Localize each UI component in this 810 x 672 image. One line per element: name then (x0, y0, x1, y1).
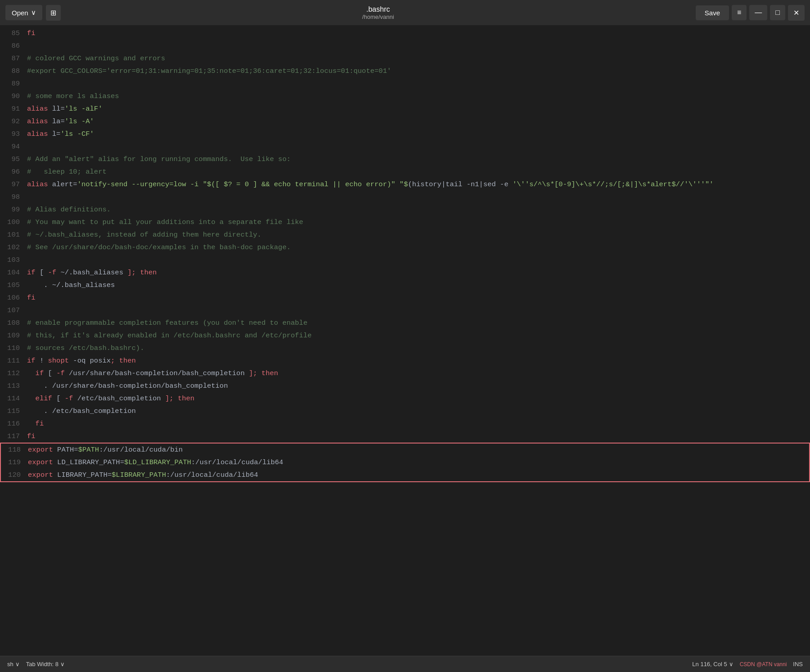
line-content: if ! shopt -oq posix; then (27, 354, 810, 367)
code-line: 117fi (0, 430, 810, 443)
line-number: 112 (0, 367, 27, 380)
menu-icon: ≡ (737, 9, 741, 16)
line-number: 106 (0, 291, 27, 304)
tab-width-selector[interactable]: Tab Width: 8 ∨ (26, 661, 65, 668)
line-number: 119 (1, 456, 28, 469)
line-number: 100 (0, 216, 27, 228)
titlebar-right: Save ≡ — □ ✕ (696, 5, 805, 21)
line-content: # sleep 10; alert (27, 166, 810, 178)
code-line: 99# Alias definitions. (0, 203, 810, 216)
line-number: 88 (0, 65, 27, 77)
line-content: export LD_LIBRARY_PATH=$LD_LIBRARY_PATH:… (28, 456, 809, 469)
line-number: 99 (0, 203, 27, 216)
line-content: # sources /etc/bash.bashrc). (27, 342, 810, 354)
open-label: Open (12, 9, 28, 17)
line-number: 101 (0, 228, 27, 241)
open-button[interactable]: Open ∨ (5, 5, 42, 20)
line-content: if [ -f /usr/share/bash-completion/bash_… (27, 367, 810, 380)
code-area[interactable]: 85fi8687# colored GCC warnings and error… (0, 25, 810, 656)
line-content: . /etc/bash_completion (27, 405, 810, 417)
line-content: if [ -f ~/.bash_aliases ]; then (27, 266, 810, 279)
line-number: 95 (0, 153, 27, 166)
code-line: 90# some more ls aliases (0, 90, 810, 103)
code-line: 98 (0, 191, 810, 203)
line-number: 117 (0, 430, 27, 443)
minimize-button[interactable]: — (749, 5, 767, 20)
close-button[interactable]: ✕ (788, 5, 805, 21)
line-number: 107 (0, 304, 27, 317)
titlebar: Open ∨ ⊞ .bashrc /home/vanni Save ≡ — □ … (0, 0, 810, 25)
line-number: 89 (0, 77, 27, 90)
code-line: 109# this, if it's already enabled in /e… (0, 329, 810, 342)
code-line: 100# You may want to put all your additi… (0, 216, 810, 228)
line-content: . ~/.bash_aliases (27, 279, 810, 291)
line-number: 116 (0, 417, 27, 430)
line-content: fi (27, 417, 810, 430)
code-line: 114 elif [ -f /etc/bash_completion ]; th… (0, 392, 810, 405)
line-number: 98 (0, 191, 27, 203)
line-number: 104 (0, 266, 27, 279)
line-number: 103 (0, 254, 27, 266)
line-content: . /usr/share/bash-completion/bash_comple… (27, 380, 810, 392)
code-line: 116 fi (0, 417, 810, 430)
line-number: 108 (0, 317, 27, 329)
code-line: 97alias alert='notify-send --urgency=low… (0, 178, 810, 191)
code-line: 112 if [ -f /usr/share/bash-completion/b… (0, 367, 810, 380)
line-content: alias la='ls -A' (27, 115, 810, 128)
line-number: 86 (0, 40, 27, 52)
code-line: 107 (0, 304, 810, 317)
line-number: 115 (0, 405, 27, 417)
line-content: # enable programmable completion feature… (27, 317, 810, 329)
code-line: 103 (0, 254, 810, 266)
csdn-badge: CSDN @ATN vanni (740, 661, 787, 668)
highlighted-code-line: 119export LD_LIBRARY_PATH=$LD_LIBRARY_PA… (1, 456, 809, 469)
shell-selector[interactable]: sh ∨ (7, 661, 20, 668)
line-number: 102 (0, 241, 27, 254)
line-content: fi (27, 27, 810, 40)
code-line: 96# sleep 10; alert (0, 166, 810, 178)
line-content: # Add an "alert" alias for long running … (27, 153, 810, 166)
line-number: 87 (0, 52, 27, 65)
titlebar-left: Open ∨ ⊞ (5, 5, 61, 21)
open-chevron-icon: ∨ (31, 9, 36, 17)
minimize-icon: — (755, 9, 762, 16)
code-line: 104if [ -f ~/.bash_aliases ]; then (0, 266, 810, 279)
line-content: # some more ls aliases (27, 90, 810, 103)
code-line: 101# ~/.bash_aliases, instead of adding … (0, 228, 810, 241)
position-label: Ln 116, Col 5 (692, 661, 727, 668)
code-line: 94 (0, 140, 810, 153)
code-line: 106fi (0, 291, 810, 304)
highlighted-code-line: 118export PATH=$PATH:/usr/local/cuda/bin (1, 444, 809, 456)
line-number: 105 (0, 279, 27, 291)
code-line: 85fi (0, 27, 810, 40)
code-line: 88#export GCC_COLORS='error=01;31:warnin… (0, 65, 810, 77)
pin-button[interactable]: ⊞ (46, 5, 61, 21)
highlighted-section: 118export PATH=$PATH:/usr/local/cuda/bin… (0, 443, 810, 482)
line-content: fi (27, 430, 810, 443)
file-name: .bashrc (362, 5, 394, 13)
editor[interactable]: 85fi8687# colored GCC warnings and error… (0, 25, 810, 656)
line-content: # colored GCC warnings and errors (27, 52, 810, 65)
statusbar: sh ∨ Tab Width: 8 ∨ Ln 116, Col 5 ∨ CSDN… (0, 656, 810, 672)
tab-chevron-icon: ∨ (60, 661, 65, 668)
line-number: 90 (0, 90, 27, 103)
save-button[interactable]: Save (696, 5, 729, 20)
line-content: alias alert='notify-send --urgency=low -… (27, 178, 810, 191)
line-number: 92 (0, 115, 27, 128)
code-line: 95# Add an "alert" alias for long runnin… (0, 153, 810, 166)
shell-label: sh (7, 661, 14, 668)
shell-chevron-icon: ∨ (15, 661, 20, 668)
code-line: 89 (0, 77, 810, 90)
line-number: 113 (0, 380, 27, 392)
cursor-position[interactable]: Ln 116, Col 5 ∨ (692, 661, 733, 668)
line-number: 110 (0, 342, 27, 354)
menu-button[interactable]: ≡ (732, 5, 747, 20)
position-chevron-icon: ∨ (729, 661, 734, 668)
line-number: 93 (0, 128, 27, 140)
code-line: 87# colored GCC warnings and errors (0, 52, 810, 65)
maximize-button[interactable]: □ (770, 5, 785, 20)
line-number: 118 (1, 444, 28, 456)
line-content: # Alias definitions. (27, 203, 810, 216)
pin-icon: ⊞ (50, 9, 56, 17)
line-content: alias l='ls -CF' (27, 128, 810, 140)
